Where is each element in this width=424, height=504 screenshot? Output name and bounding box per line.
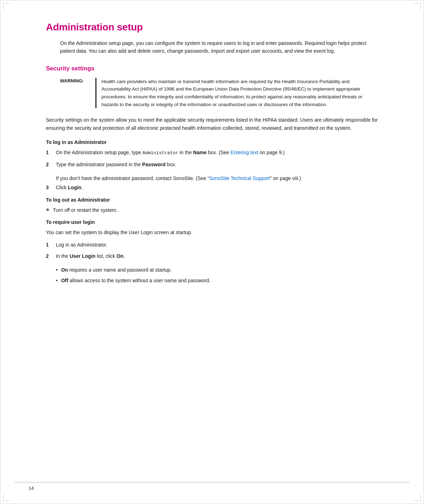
sonosite-support-link[interactable]: SonoSite Technical Support [209,175,270,181]
off-bullet-content: Off allows access to the system without … [61,277,211,284]
require-step-2-prefix: In the [56,253,70,259]
step-2-note-suffix: ” on page viii.) [270,175,301,181]
security-body-text: Security settings on the system allow yo… [46,116,378,132]
warning-block: WARNING: Health care providers who maint… [60,78,378,108]
bottom-rule [14,482,410,482]
require-step-1: 1 Log in as Administrator. [46,241,378,249]
corner-mark-top-right [414,3,421,10]
corner-mark-bottom-left [3,494,10,501]
step-2: 2 Type the administrator password in the… [46,161,378,168]
security-settings-heading: Security settings [46,65,378,72]
require-step-2-number: 2 [46,252,56,260]
step-1-in-the: in the [178,150,193,155]
step-3: 3 Click Login. [46,184,378,191]
step-2-content: Type the administrator password in the P… [56,161,378,168]
on-bold: On [117,253,123,259]
corner-mark-top-left [3,3,10,10]
log-out-list: Turn off or restart the system. [46,206,378,214]
require-step-2: 2 In the User Login list, click On. [46,252,378,260]
step-3-number: 3 [46,184,56,191]
log-out-admin-heading: To log out as Administrator [46,197,378,203]
log-in-step-3-list: 3 Click Login. [46,184,378,191]
step-2-note: If you don’t have the administrator pass… [56,174,378,182]
on-bullet-text: requires a user name and password at sta… [68,267,171,273]
require-step-1-content: Log in as Administrator. [56,241,378,249]
step-1-suffix2: box. (See Entering text on page 9.) [207,150,285,155]
require-step-1-number: 1 [46,241,56,249]
step-1-code: Administrator [142,150,178,156]
step-2-prefix: Type the administrator password in the [56,162,142,167]
require-step-2-suffix: list, click [95,253,117,259]
on-bold-bullet: On [61,267,68,273]
on-bullet: On requires a user name and password at … [56,266,378,274]
log-in-admin-heading: To log in as Administrator [46,139,378,145]
page-container: Administration setup On the Administrati… [0,0,424,504]
entering-text-link[interactable]: Entering text [230,150,258,155]
require-login-intro: You can set the system to display the Us… [46,228,378,237]
warning-content: Health care providers who maintain or tr… [95,78,378,108]
corner-mark-bottom-right [414,494,421,501]
step-2-suffix: box. [165,162,176,167]
step-1-content: On the Administration setup page, type A… [56,149,378,157]
off-bold-bullet: Off [61,278,68,283]
log-out-text: Turn off or restart the system. [53,206,118,214]
step-3-suffix: . [81,185,83,190]
on-off-list: On requires a user name and password at … [56,266,378,285]
require-step-2-content: In the User Login list, click On. [56,252,378,260]
step-3-content: Click Login. [56,184,378,191]
warning-label: WARNING: [60,78,95,108]
step-2-note-prefix: If you don’t have the administrator pass… [56,175,209,181]
step-1-prefix: On the Administration setup page, type [56,150,142,155]
log-out-bullet: Turn off or restart the system. [46,206,378,214]
off-bullet: Off allows access to the system without … [56,277,378,284]
page-number: 14 [29,486,34,491]
step-1: 1 On the Administration setup page, type… [46,149,378,157]
user-login-bold: User Login [70,253,95,259]
page-title: Administration setup [46,22,378,33]
step-3-login-bold: Login [68,185,81,190]
require-login-heading: To require user login [46,219,378,225]
intro-paragraph: On the Administration setup page, you ca… [60,39,378,55]
require-login-steps: 1 Log in as Administrator. 2 In the User… [46,241,378,260]
step-1-number: 1 [46,149,56,157]
step-2-number: 2 [46,161,56,168]
require-step-2-suffix2: . [123,253,125,259]
content-area: Administration setup On the Administrati… [18,0,406,318]
on-bullet-content: On requires a user name and password at … [61,266,172,274]
off-bullet-text: allows access to the system without a us… [68,278,210,283]
log-in-steps: 1 On the Administration setup page, type… [46,149,378,168]
step-3-prefix: Click [56,185,68,190]
step-2-password-bold: Password [142,162,165,167]
step-1-name-bold: Name [193,150,207,155]
